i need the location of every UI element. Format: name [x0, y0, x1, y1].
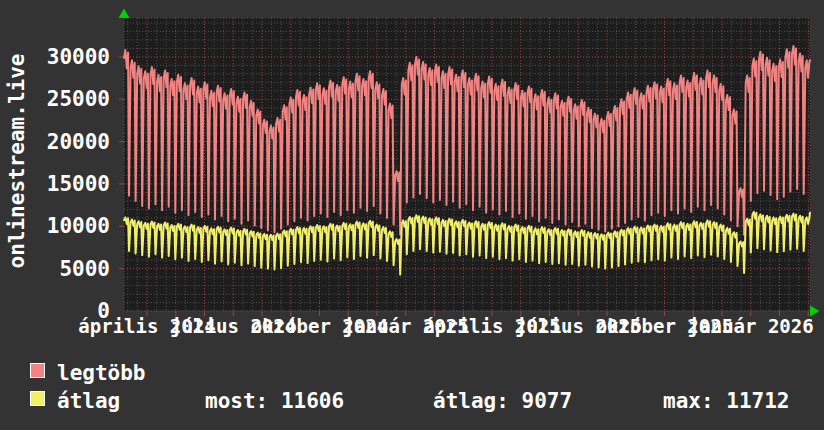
stat-most-label: most:: [205, 389, 268, 413]
stat-max-value: 11712: [726, 389, 789, 413]
legend-swatch-atlag: [30, 391, 45, 406]
legend-swatch-legtobb: [30, 363, 45, 378]
y-axis-tick-label: 25000: [20, 86, 110, 112]
legend-label-atlag: átlag: [57, 389, 120, 413]
y-axis-tick-label: 5000: [20, 256, 110, 282]
y-axis-tick-label: 20000: [20, 129, 110, 155]
stat-max: max: 11712: [663, 389, 789, 413]
stat-most: most: 11606: [205, 389, 344, 413]
y-axis-tick-label: 15000: [20, 171, 110, 197]
stat-atlag-value: 9077: [522, 389, 573, 413]
stat-atlag: átlag: 9077: [433, 389, 572, 413]
y-axis-arrow-icon: [119, 9, 130, 19]
rrd-graph: onlinestream.live 0500010000150002000025…: [0, 0, 824, 430]
stat-most-value: 11606: [281, 389, 344, 413]
stat-atlag-label: átlag:: [433, 389, 509, 413]
legend-label-legtobb: legtöbb: [57, 361, 146, 385]
y-axis-tick-label: 30000: [20, 44, 110, 70]
stat-max-label: max:: [663, 389, 714, 413]
y-axis-tick-label: 10000: [20, 213, 110, 239]
x-axis-tick-label: január 2026: [601, 315, 824, 337]
